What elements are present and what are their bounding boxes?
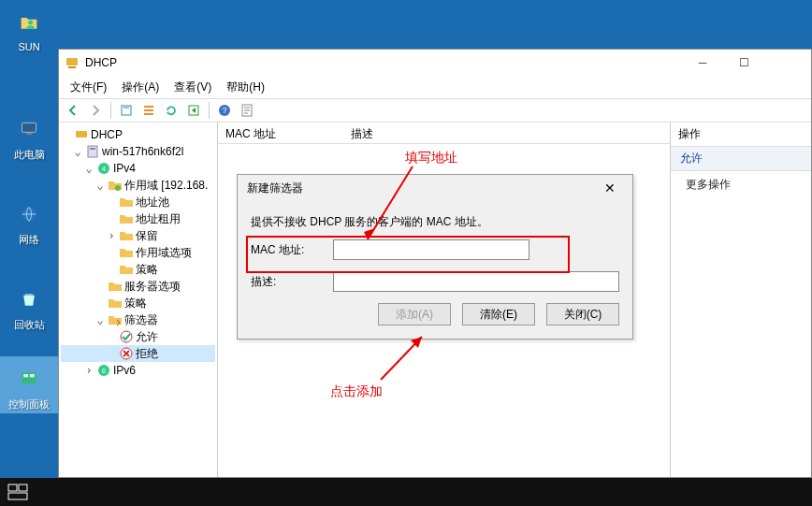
desktop-icon-sun[interactable]: SUN: [0, 0, 58, 54]
control-panel-icon: [12, 362, 46, 396]
tree-twisty[interactable]: ⌄: [94, 179, 106, 192]
list-button[interactable]: [138, 100, 159, 121]
svg-text:4: 4: [102, 166, 106, 172]
tree-label: win-517h6nk6f2l: [102, 145, 183, 158]
tree-twisty[interactable]: ⌄: [94, 313, 106, 326]
actions-title: 操作: [671, 123, 811, 147]
svg-rect-15: [76, 131, 87, 137]
tree-node-DHCP[interactable]: DHCP: [61, 126, 215, 143]
close-button[interactable]: [764, 50, 805, 76]
list-body: 新建筛选器 ✕ 提供不接收 DHCP 服务的客户端的 MAC 地址。 MAC 地…: [218, 144, 670, 477]
menu-help[interactable]: 帮助(H): [219, 77, 272, 98]
annotation-fill-address: 填写地址: [405, 150, 457, 166]
new-filter-dialog: 新建筛选器 ✕ 提供不接收 DHCP 服务的客户端的 MAC 地址。 MAC 地…: [237, 174, 633, 340]
tree-node-服务器选项[interactable]: ···服务器选项: [61, 278, 215, 295]
tree-node-作用域选项[interactable]: ····作用域选项: [61, 244, 215, 261]
desktop-icon-control-panel[interactable]: 控制面板: [0, 356, 58, 413]
tree-twisty[interactable]: ›: [83, 364, 94, 377]
pc-icon: [12, 112, 46, 146]
filter-icon: [108, 312, 123, 327]
svg-rect-1: [22, 123, 36, 132]
clear-button[interactable]: 清除(E): [462, 303, 535, 325]
close-dialog-button[interactable]: 关闭(C): [546, 303, 619, 325]
dialog-buttons: 添加(A) 清除(E) 关闭(C): [251, 303, 619, 325]
list-panel: MAC 地址 描述 新建筛选器 ✕ 提供不接收 DHCP 服务的客户端的 MAC…: [218, 123, 671, 477]
tree-node-策略[interactable]: ···策略: [61, 295, 215, 311]
dialog-close-button[interactable]: ✕: [597, 181, 623, 195]
tree-node-筛选器[interactable]: ···⌄筛选器: [61, 311, 215, 328]
desktop-icon-label: SUN: [18, 41, 39, 52]
folder-icon: [119, 211, 134, 226]
server-icon: [85, 144, 100, 159]
tree-label: DHCP: [91, 128, 123, 141]
ipv6-icon: 6: [96, 363, 111, 378]
body: DHCP·⌄win-517h6nk6f2l··⌄4IPv4···⌄作用域 [19…: [59, 123, 811, 477]
svg-rect-6: [23, 374, 28, 377]
svg-rect-29: [8, 484, 17, 491]
column-desc[interactable]: 描述: [351, 123, 373, 143]
refresh-button[interactable]: [161, 100, 181, 121]
actions-more[interactable]: 更多操作: [671, 171, 811, 198]
desktop-icon-label: 控制面板: [8, 398, 50, 412]
tree-node-拒绝[interactable]: ····拒绝: [61, 345, 215, 362]
window-title: DHCP: [85, 56, 117, 69]
tree-node-win-517h6nk6f2l[interactable]: ·⌄win-517h6nk6f2l: [61, 143, 215, 160]
desc-input[interactable]: [333, 271, 619, 292]
svg-rect-16: [88, 146, 97, 157]
desktop-icon-thispc[interactable]: 此电脑: [0, 107, 58, 164]
folder-icon: [108, 279, 123, 294]
tree-node-IPv6[interactable]: ··›6IPv6: [61, 362, 215, 379]
user-folder-icon: [12, 6, 46, 39]
column-mac[interactable]: MAC 地址: [225, 123, 276, 143]
tree-node-地址池[interactable]: ····地址池: [61, 194, 215, 210]
export-button[interactable]: [183, 100, 204, 121]
dialog-title: 新建筛选器: [247, 181, 303, 196]
svg-rect-3: [25, 135, 33, 136]
svg-rect-30: [19, 484, 27, 491]
help-button[interactable]: ?: [214, 100, 235, 121]
tree-node-允许[interactable]: ····允许: [61, 328, 215, 345]
dhcp-window: DHCP ─ ☐ 文件(F) 操作(A) 查看(V) 帮助(H) ? DHCP·…: [58, 49, 812, 478]
menu-action[interactable]: 操作(A): [114, 77, 167, 98]
tree-twisty[interactable]: ⌄: [83, 162, 94, 175]
tree-node-地址租用[interactable]: ····地址租用: [61, 210, 215, 227]
properties-button[interactable]: [237, 100, 257, 121]
desktop-icon-network[interactable]: 网络: [0, 192, 58, 249]
tree-twisty[interactable]: ›: [106, 229, 117, 242]
add-button[interactable]: 添加(A): [378, 303, 451, 325]
svg-line-27: [381, 337, 422, 380]
tree-label: IPv4: [113, 162, 136, 175]
svg-rect-2: [27, 133, 32, 135]
menu-view[interactable]: 查看(V): [167, 77, 219, 98]
tree-label: 筛选器: [124, 312, 158, 328]
allow-icon: [119, 329, 134, 344]
mac-row: MAC 地址:: [251, 239, 619, 260]
desc-row: 描述:: [251, 271, 619, 292]
tree-label: 地址池: [136, 195, 169, 210]
maximize-button[interactable]: ☐: [723, 50, 764, 76]
tree-label: 拒绝: [136, 346, 158, 362]
taskview-button[interactable]: [0, 478, 36, 506]
titlebar: DHCP ─ ☐: [59, 50, 811, 76]
toolbar: ?: [59, 98, 811, 123]
tree-node-策略[interactable]: ····策略: [61, 261, 215, 278]
tree-label: 策略: [124, 296, 147, 311]
tree-node-IPv4[interactable]: ··⌄4IPv4: [61, 160, 215, 177]
desktop-icon-recycle[interactable]: 回收站: [0, 277, 58, 334]
mac-input[interactable]: [333, 239, 529, 260]
svg-rect-31: [8, 493, 27, 499]
minimize-button[interactable]: ─: [682, 50, 723, 76]
back-button[interactable]: [63, 100, 83, 121]
tree-node-作用域 [192.168.[interactable]: ···⌄作用域 [192.168.: [61, 177, 215, 194]
dialog-titlebar: 新建筛选器 ✕: [238, 175, 632, 201]
dhcp-app-icon: [65, 55, 80, 70]
mac-label: MAC 地址:: [251, 242, 333, 258]
menu-file[interactable]: 文件(F): [63, 77, 114, 98]
tree-label: 允许: [136, 329, 158, 345]
up-button[interactable]: [116, 100, 137, 121]
tree-twisty[interactable]: ⌄: [72, 145, 83, 158]
actions-selected: 允许: [671, 147, 811, 171]
forward-button[interactable]: [85, 100, 106, 121]
tree-label: 地址租用: [136, 211, 181, 227]
tree-node-保留[interactable]: ····›保留: [61, 227, 215, 244]
